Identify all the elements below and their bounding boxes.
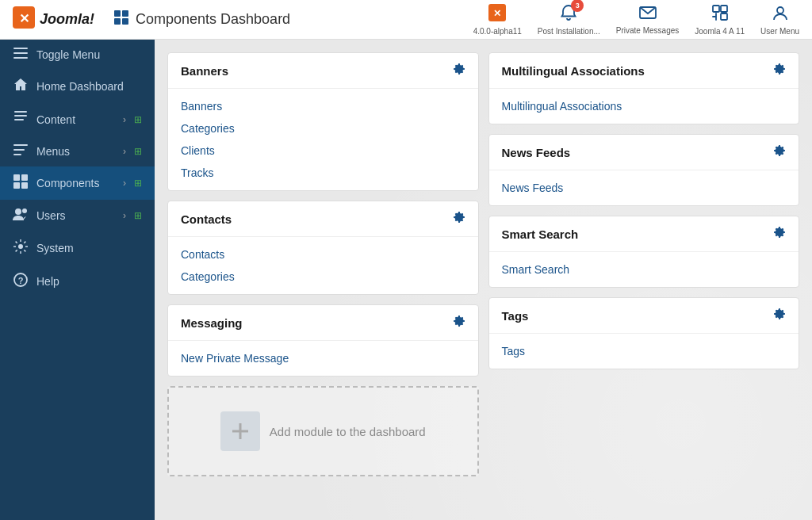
contacts-link-categories[interactable]: Categories <box>181 266 465 288</box>
contacts-title: Contacts <box>181 212 232 226</box>
banners-card: Banners Banners Categories Clients Track <box>167 52 479 191</box>
contacts-link-contacts[interactable]: Contacts <box>181 243 465 266</box>
content-icon <box>13 111 29 128</box>
svg-rect-14 <box>13 52 28 54</box>
banners-gear-icon[interactable] <box>453 63 465 78</box>
topbar-private-messages[interactable]: Private Messages <box>616 5 679 35</box>
sidebar-item-system[interactable]: System <box>0 231 155 265</box>
svg-rect-4 <box>114 18 121 25</box>
sidebar-item-home-dashboard[interactable]: Home Dashboard <box>0 70 155 103</box>
svg-rect-19 <box>13 144 28 146</box>
news-feeds-card-body: News Feeds <box>489 170 799 205</box>
news-feeds-link[interactable]: News Feeds <box>502 177 787 199</box>
banners-link-clients[interactable]: Clients <box>181 140 465 162</box>
components-label: Components <box>36 177 115 189</box>
tags-card: Tags Tags <box>488 297 800 369</box>
post-installation-label: Post Installation... <box>538 27 600 36</box>
banners-link-categories[interactable]: Categories <box>181 117 465 140</box>
sidebar-item-components[interactable]: Components › ⊞ <box>0 166 155 200</box>
page-title: Components Dashboard <box>113 10 290 29</box>
svg-rect-21 <box>13 154 21 155</box>
multilingual-card-body: Multilingual Associations <box>489 89 799 124</box>
topbar-joomla4[interactable]: Joomla 4 A 11 <box>695 4 745 36</box>
bell-icon: 3 <box>560 4 577 25</box>
users-label: Users <box>36 209 115 222</box>
system-label: System <box>36 242 142 254</box>
notification-badge: 3 <box>571 0 584 12</box>
sidebar-item-content[interactable]: Content › ⊞ <box>0 103 155 136</box>
smart-search-link[interactable]: Smart Search <box>502 258 787 281</box>
tags-gear-icon[interactable] <box>773 308 786 323</box>
sidebar: Toggle Menu Home Dashboard Content › ⊞ <box>0 40 155 520</box>
topbar-joomla-version[interactable]: ✕ 4.0.0-alpha11 <box>473 4 522 36</box>
svg-rect-5 <box>122 18 128 25</box>
banners-link-tracks[interactable]: Tracks <box>181 162 465 184</box>
multilingual-title: Multilingual Associations <box>502 64 645 78</box>
svg-rect-3 <box>122 10 128 17</box>
toggle-menu-label: Toggle Menu <box>36 48 142 61</box>
svg-rect-9 <box>713 6 719 12</box>
multilingual-card: Multilingual Associations Multilingual A… <box>488 52 800 124</box>
add-module-area[interactable]: Add module to the dashboard <box>167 386 479 476</box>
joomla-logo[interactable]: ✕ Joomla! <box>13 6 94 33</box>
smart-search-card-header: Smart Search <box>489 216 799 252</box>
private-messages-label: Private Messages <box>616 26 679 35</box>
svg-point-27 <box>22 208 27 213</box>
sidebar-item-menus[interactable]: Menus › ⊞ <box>0 136 155 166</box>
messaging-link-new-private-message[interactable]: New Private Message <box>181 347 465 369</box>
svg-rect-11 <box>721 13 727 20</box>
users-grid-icon: ⊞ <box>134 210 142 221</box>
components-arrow-icon: › <box>123 178 126 189</box>
joomla-x-icon: ✕ <box>13 6 35 33</box>
joomla4-label: Joomla 4 A 11 <box>695 27 745 36</box>
users-icon <box>13 208 29 224</box>
svg-text:✕: ✕ <box>19 12 29 25</box>
banners-title: Banners <box>181 64 228 78</box>
svg-rect-23 <box>21 174 28 181</box>
messaging-card: Messaging New Private Message <box>167 304 479 377</box>
menus-icon <box>13 144 29 159</box>
news-feeds-title: News Feeds <box>502 146 571 159</box>
contacts-card: Contacts Contacts Categories <box>167 201 479 295</box>
banners-card-body: Banners Categories Clients Tracks <box>168 89 478 190</box>
topbar-post-installation[interactable]: 3 Post Installation... <box>538 4 600 36</box>
sidebar-item-help[interactable]: ? Help <box>0 265 155 298</box>
topbar-user-menu[interactable]: User Menu <box>760 4 799 36</box>
messaging-card-body: New Private Message <box>168 341 478 376</box>
users-arrow-icon: › <box>123 210 126 221</box>
home-icon <box>13 78 29 95</box>
joomla4-icon <box>711 4 729 25</box>
topbar: ✕ Joomla! Components Dashboard ✕ 4.0.0- <box>0 0 812 40</box>
help-icon: ? <box>13 273 29 290</box>
svg-rect-10 <box>721 6 727 12</box>
news-feeds-card-header: News Feeds <box>489 135 799 170</box>
messaging-title: Messaging <box>181 316 243 330</box>
menus-grid-icon: ⊞ <box>134 146 142 157</box>
svg-rect-15 <box>13 57 28 59</box>
banners-card-header: Banners <box>168 53 478 89</box>
messaging-gear-icon[interactable] <box>453 315 465 331</box>
news-feeds-card: News Feeds News Feeds <box>488 134 800 206</box>
multilingual-gear-icon[interactable] <box>773 63 786 78</box>
news-feeds-gear-icon[interactable] <box>773 144 786 160</box>
svg-rect-22 <box>13 174 20 181</box>
user-menu-label: User Menu <box>760 27 799 36</box>
tags-link[interactable]: Tags <box>502 340 787 362</box>
system-icon <box>13 239 29 257</box>
main-content: Banners Banners Categories Clients Track <box>155 40 812 520</box>
main-layout: Toggle Menu Home Dashboard Content › ⊞ <box>0 40 812 520</box>
multilingual-link[interactable]: Multilingual Associations <box>502 95 787 117</box>
banners-link-banners[interactable]: Banners <box>181 95 465 117</box>
tags-title: Tags <box>502 309 529 323</box>
sidebar-item-toggle-menu[interactable]: Toggle Menu <box>0 40 155 70</box>
menus-label: Menus <box>36 145 115 158</box>
smart-search-gear-icon[interactable] <box>773 226 786 242</box>
svg-rect-2 <box>114 10 121 17</box>
left-column: Banners Banners Categories Clients Track <box>167 52 479 476</box>
add-module-label: Add module to the dashboard <box>270 425 426 438</box>
svg-point-26 <box>15 208 21 215</box>
contacts-gear-icon[interactable] <box>453 211 465 227</box>
contacts-card-header: Contacts <box>168 201 478 237</box>
svg-rect-20 <box>13 149 25 151</box>
sidebar-item-users[interactable]: Users › ⊞ <box>0 200 155 231</box>
